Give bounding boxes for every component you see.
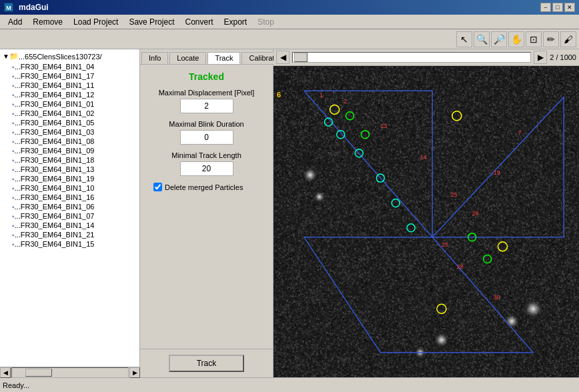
- tree-item[interactable]: ▪ ...FR30_EM64_BIN1_18: [1, 155, 138, 165]
- pan-tool[interactable]: ✋: [508, 31, 524, 47]
- tree-item[interactable]: ▪ ...FR30_EM64_BIN1_09: [1, 146, 138, 155]
- filetree: ▼ 📁 ...655ClensSlices130723/ ▪ ...FR30_E…: [0, 49, 140, 367]
- delete-merged-checkbox[interactable]: [153, 183, 162, 191]
- edit-tool[interactable]: ✏: [543, 31, 559, 47]
- menu-stop[interactable]: Stop: [252, 16, 279, 28]
- tree-item[interactable]: ▪ ...FR30_EM64_BIN1_04: [1, 62, 138, 71]
- file-icon: ▪: [12, 110, 15, 117]
- file-icon: ▪: [12, 194, 15, 201]
- tab-track[interactable]: Track: [207, 52, 240, 64]
- tree-item[interactable]: ▪ ...FR30_EM64_BIN1_02: [1, 109, 138, 118]
- maximize-button[interactable]: □: [552, 3, 563, 12]
- tab-info[interactable]: Info: [141, 52, 168, 64]
- titlebar: M mdaGui − □ ✕: [0, 0, 579, 15]
- file-icon: ▪: [12, 175, 15, 183]
- menu-add[interactable]: Add: [3, 16, 27, 28]
- slider-thumb[interactable]: [294, 53, 308, 62]
- max-displacement-group: Maximal Displacement [Pixel]: [147, 89, 266, 113]
- max-blink-group: Maximal Blink Duration: [147, 120, 266, 145]
- next-frame-button[interactable]: ▶: [534, 51, 547, 64]
- menu-load-project[interactable]: Load Project: [68, 16, 123, 28]
- tree-item[interactable]: ▪ ...FR30_EM64_BIN1_16: [1, 193, 138, 202]
- image-panel: ◀ ▶ 2 / 1000: [273, 49, 579, 377]
- horizontal-scrollbar: ◀ ▶: [0, 367, 140, 377]
- tree-item[interactable]: ▪ ...FR30_EM64_BIN1_15: [1, 239, 138, 249]
- prev-frame-button[interactable]: ◀: [276, 51, 290, 64]
- tree-items: ▪ ...FR30_EM64_BIN1_04▪ ...FR30_EM64_BIN…: [1, 62, 138, 249]
- folder-icon: 📁: [9, 52, 19, 61]
- file-icon: ▪: [12, 119, 15, 127]
- zoom-in-tool[interactable]: 🔍: [474, 31, 490, 47]
- file-icon: ▪: [12, 157, 15, 164]
- folder-label: ...655ClensSlices130723/: [19, 53, 102, 61]
- tree-item[interactable]: ▪ ...FR30_EM64_BIN1_06: [1, 202, 138, 211]
- roi-tool[interactable]: ⊡: [526, 31, 542, 47]
- tree-item[interactable]: ▪ ...FR30_EM64_BIN1_13: [1, 165, 138, 174]
- microscopy-image: [273, 66, 579, 377]
- min-track-input[interactable]: [180, 161, 233, 176]
- scroll-left[interactable]: ◀: [0, 367, 11, 378]
- image-controls: ◀ ▶ 2 / 1000: [273, 49, 579, 66]
- tree-item[interactable]: ▪ ...FR30_EM64_BIN1_17: [1, 71, 138, 81]
- tab-locate[interactable]: Locate: [169, 52, 206, 64]
- window-controls: − □ ✕: [540, 3, 575, 12]
- file-icon: ▪: [12, 185, 15, 192]
- title-text: mdaGui: [19, 3, 49, 12]
- tree-root: ▼ 📁 ...655ClensSlices130723/ ▪ ...FR30_E…: [0, 49, 139, 250]
- toolbar: ↖ 🔍 🔎 ✋ ⊡ ✏ 🖌: [0, 29, 579, 49]
- tree-item[interactable]: ▪ ...FR30_EM64_BIN1_11: [1, 81, 138, 90]
- center-panel: Info Locate Track Calibrate Tracked Maxi…: [140, 49, 273, 377]
- menu-export[interactable]: Export: [219, 16, 253, 28]
- paint-tool[interactable]: 🖌: [560, 31, 576, 47]
- scroll-thumb[interactable]: [25, 369, 52, 377]
- expand-icon: ▼: [3, 53, 9, 60]
- minimize-button[interactable]: −: [540, 3, 551, 12]
- tree-folder-root[interactable]: ▼ 📁 ...655ClensSlices130723/: [1, 51, 138, 62]
- menu-convert[interactable]: Convert: [179, 16, 218, 28]
- track-button[interactable]: Track: [169, 355, 245, 372]
- tree-item[interactable]: ▪ ...FR30_EM64_BIN1_19: [1, 174, 138, 183]
- tree-item[interactable]: ▪ ...FR30_EM64_BIN1_01: [1, 99, 138, 109]
- menu-remove[interactable]: Remove: [27, 16, 68, 28]
- scroll-track[interactable]: [11, 367, 129, 378]
- status-tracked: Tracked: [189, 71, 224, 82]
- track-panel: Tracked Maximal Displacement [Pixel] Max…: [140, 65, 273, 349]
- max-blink-input[interactable]: [180, 130, 233, 145]
- file-icon: ▪: [12, 138, 15, 145]
- min-track-length-group: Minimal Track Length: [147, 151, 266, 176]
- tree-item[interactable]: ▪ ...FR30_EM64_BIN1_07: [1, 211, 138, 221]
- close-button[interactable]: ✕: [564, 3, 575, 12]
- frame-counter: 2 / 1000: [550, 53, 576, 61]
- frame-slider[interactable]: [292, 52, 531, 63]
- scroll-right[interactable]: ▶: [129, 367, 140, 378]
- tree-item[interactable]: ▪ ...FR30_EM64_BIN1_12: [1, 90, 138, 99]
- delete-merged-row: Delete merged Particles: [147, 183, 243, 191]
- canvas-area: [273, 66, 579, 377]
- tabs: Info Locate Track Calibrate: [140, 49, 273, 65]
- cursor-tool[interactable]: ↖: [456, 31, 472, 47]
- tree-item[interactable]: ▪ ...FR30_EM64_BIN1_10: [1, 183, 138, 193]
- delete-merged-label: Delete merged Particles: [165, 183, 243, 191]
- menu-save-project[interactable]: Save Project: [123, 16, 179, 28]
- file-icon: ▪: [12, 73, 15, 80]
- app-title: M mdaGui: [4, 3, 49, 12]
- tree-item[interactable]: ▪ ...FR30_EM64_BIN1_21: [1, 230, 138, 239]
- max-displacement-input[interactable]: [180, 99, 233, 113]
- file-icon: ▪: [12, 129, 15, 136]
- tree-item[interactable]: ▪ ...FR30_EM64_BIN1_14: [1, 221, 138, 230]
- statusbar: Ready...: [0, 377, 579, 392]
- file-icon: ▪: [12, 241, 15, 248]
- tree-item[interactable]: ▪ ...FR30_EM64_BIN1_08: [1, 137, 138, 146]
- file-icon: ▪: [12, 231, 15, 239]
- file-icon: ▪: [12, 147, 15, 155]
- file-icon: ▪: [12, 101, 15, 108]
- zoom-out-tool[interactable]: 🔎: [491, 31, 507, 47]
- tree-item[interactable]: ▪ ...FR30_EM64_BIN1_05: [1, 118, 138, 127]
- tree-item[interactable]: ▪ ...FR30_EM64_BIN1_03: [1, 127, 138, 137]
- main-area: ▼ 📁 ...655ClensSlices130723/ ▪ ...FR30_E…: [0, 49, 579, 377]
- app-icon: M: [4, 3, 13, 12]
- file-icon: ▪: [12, 222, 15, 229]
- menubar: Add Remove Load Project Save Project Con…: [0, 15, 579, 29]
- file-icon: ▪: [12, 91, 15, 99]
- file-icon: ▪: [12, 82, 15, 89]
